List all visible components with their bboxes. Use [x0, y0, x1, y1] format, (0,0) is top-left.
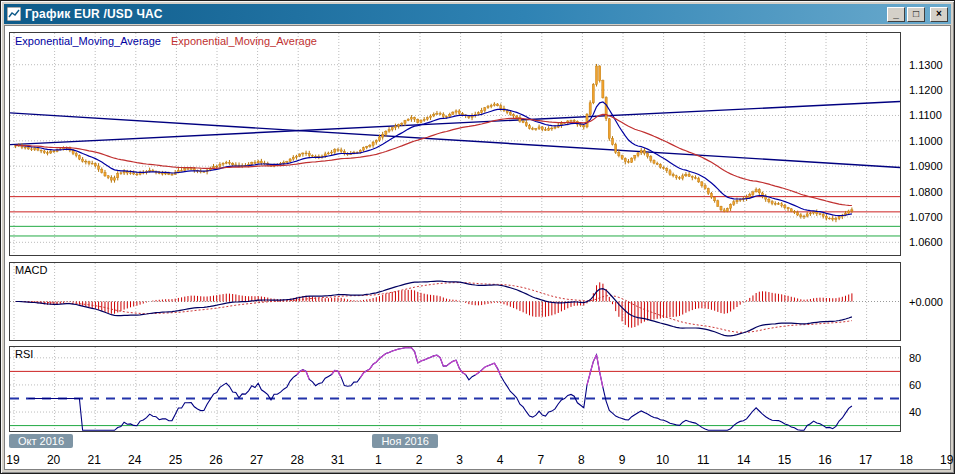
x-axis-day-label: 27	[250, 453, 263, 467]
x-axis-day-label: 19	[6, 453, 19, 467]
price-chart-canvas[interactable]	[10, 33, 900, 255]
x-axis-day-label: 10	[656, 453, 669, 467]
x-axis-day-label: 9	[619, 453, 626, 467]
x-axis-day-label: 21	[88, 453, 101, 467]
window-icon	[7, 7, 21, 21]
app-window: График EUR /USD ЧАС _ □ × Exponential_Mo…	[0, 0, 955, 474]
month-badge: Ноя 2016	[372, 434, 438, 448]
x-axis: 1920212425262728311234789101114151617181…	[9, 434, 948, 470]
window-title: График EUR /USD ЧАС	[25, 7, 883, 21]
x-axis-day-label: 20	[47, 453, 60, 467]
x-axis-day-label: 17	[859, 453, 872, 467]
price-axis-label: 1.0900	[909, 160, 943, 172]
price-axis-label: 1.1300	[909, 59, 943, 71]
x-axis-day-label: 1	[375, 453, 382, 467]
price-axis-label: 1.1100	[909, 109, 942, 121]
close-button[interactable]: ×	[930, 7, 948, 22]
x-axis-day-label: 15	[778, 453, 791, 467]
chart-client-area: Exponential_Moving_Average Exponential_M…	[4, 25, 951, 470]
price-axis-label: 1.0800	[909, 186, 943, 198]
ema-slow-label: Exponential_Moving_Average	[171, 35, 317, 47]
x-axis-day-label: 24	[128, 453, 141, 467]
x-axis-day-label: 18	[900, 453, 913, 467]
minimize-button[interactable]: _	[887, 7, 905, 22]
x-axis-day-label: 11	[697, 453, 709, 467]
rsi-label: RSI	[15, 348, 33, 360]
x-axis-day-label: 25	[169, 453, 182, 467]
rsi-panel[interactable]: RSI	[9, 346, 901, 432]
rsi-chart-canvas[interactable]	[10, 347, 900, 431]
rsi-axis-label: 40	[909, 406, 921, 418]
price-y-axis: 1.13001.12001.11001.10001.09001.08001.07…	[906, 32, 950, 256]
macd-axis-label: +0.000	[909, 296, 943, 308]
x-axis-day-label: 8	[578, 453, 585, 467]
x-axis-day-label: 7	[537, 453, 544, 467]
maximize-button[interactable]: □	[907, 7, 925, 22]
x-axis-day-label: 19	[940, 453, 953, 467]
rsi-axis-label: 80	[909, 352, 921, 364]
macd-y-axis: +0.000	[906, 262, 950, 341]
month-badge: Окт 2016	[9, 434, 73, 448]
rsi-y-axis: 806040	[906, 346, 950, 432]
price-axis-label: 1.0600	[909, 236, 943, 248]
x-axis-day-label: 31	[331, 453, 344, 467]
x-axis-day-label: 14	[737, 453, 750, 467]
price-axis-label: 1.0700	[909, 211, 943, 223]
x-axis-day-label: 26	[209, 453, 222, 467]
x-axis-day-label: 3	[456, 453, 463, 467]
macd-chart-canvas[interactable]	[10, 263, 900, 340]
x-axis-day-label: 2	[416, 453, 423, 467]
x-axis-day-label: 16	[818, 453, 831, 467]
x-axis-day-label: 28	[291, 453, 304, 467]
x-axis-day-label: 4	[497, 453, 504, 467]
price-axis-label: 1.1000	[909, 135, 943, 147]
rsi-axis-label: 60	[909, 379, 921, 391]
indicator-labels: Exponential_Moving_Average Exponential_M…	[15, 35, 317, 47]
price-panel[interactable]: Exponential_Moving_Average Exponential_M…	[9, 32, 901, 256]
price-axis-label: 1.1200	[909, 84, 943, 96]
window-controls: _ □ ×	[887, 7, 948, 22]
ema-fast-label: Exponential_Moving_Average	[15, 35, 161, 47]
title-bar[interactable]: График EUR /USD ЧАС _ □ ×	[4, 4, 951, 24]
macd-panel[interactable]: MACD	[9, 262, 901, 341]
macd-label: MACD	[15, 264, 47, 276]
